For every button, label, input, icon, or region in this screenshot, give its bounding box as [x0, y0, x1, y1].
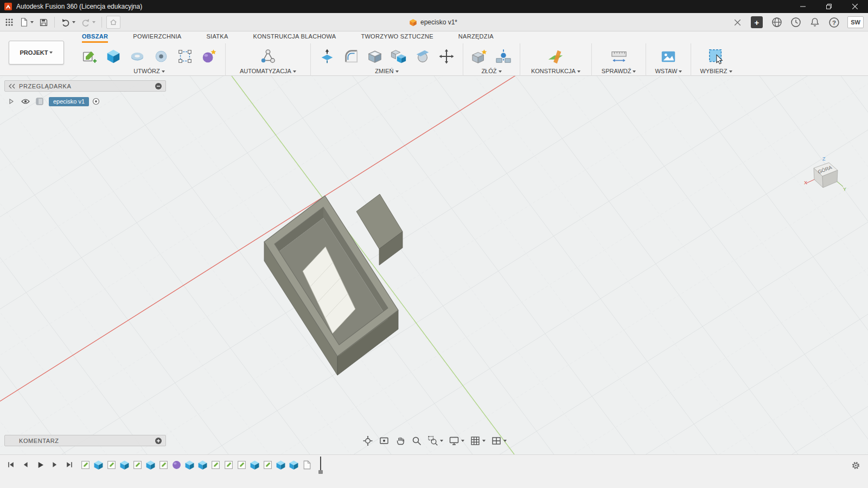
timeline-feature-sketch[interactable] — [222, 458, 234, 472]
expand-arrow-icon[interactable] — [7, 97, 16, 106]
go-to-end-button[interactable] — [63, 458, 76, 471]
timeline-feature-extrude[interactable] — [183, 458, 195, 472]
timeline-feature-sketch[interactable] — [157, 458, 169, 472]
fillet-tool[interactable] — [341, 46, 361, 67]
viewcube[interactable]: GÓRA X Y Z — [801, 155, 847, 202]
timeline-feature-extrude[interactable] — [118, 458, 130, 472]
timeline-feature-sketch[interactable] — [105, 458, 117, 472]
play-button[interactable] — [34, 458, 47, 471]
timeline-feature-sketch[interactable] — [209, 458, 221, 472]
new-document-tab-button[interactable]: + — [751, 16, 763, 28]
look-at-tool[interactable] — [376, 434, 392, 448]
timeline-feature-sketch[interactable] — [261, 458, 273, 472]
browser-root-item[interactable]: epecisko v1 — [49, 97, 89, 106]
hole-tool[interactable] — [151, 46, 171, 67]
display-settings-tool[interactable] — [446, 434, 467, 448]
redo-button[interactable] — [79, 15, 97, 29]
add-comment-icon[interactable] — [154, 436, 163, 446]
move-tool[interactable] — [437, 46, 456, 67]
timeline-settings-gear[interactable] — [850, 459, 861, 471]
tab-powierzchnia[interactable]: POWIERZCHNIA — [133, 33, 181, 43]
home-view-button[interactable] — [106, 16, 120, 29]
extrude-tool[interactable] — [104, 46, 123, 67]
create-sketch-tool[interactable] — [80, 46, 99, 67]
select-group-menu[interactable]: WYBIERZ — [700, 68, 732, 74]
timeline-feature-form[interactable] — [170, 458, 182, 472]
combine-tool[interactable] — [389, 46, 409, 67]
scripts-addins-tool[interactable] — [258, 46, 278, 67]
comments-bar[interactable]: KOMENTARZ — [4, 435, 166, 446]
job-status-icon[interactable] — [770, 16, 783, 29]
assemble-group-menu[interactable]: ZŁÓŻ — [470, 68, 513, 74]
project-menu-label: PROJEKT — [20, 49, 48, 56]
timeline-feature-extrude[interactable] — [92, 458, 104, 472]
browser-root-row[interactable]: epecisko v1 — [4, 95, 166, 107]
document-tab[interactable]: epecisko v1* — [404, 15, 463, 30]
measure-tool[interactable] — [609, 46, 629, 67]
tab-siatka[interactable]: SIATKA — [206, 33, 228, 43]
insert-canvas-tool[interactable] — [659, 46, 678, 67]
modify-group-menu[interactable]: ZMIEŃ — [317, 68, 456, 74]
timeline-feature-sketch[interactable] — [235, 458, 247, 472]
timeline-feature-extrude[interactable] — [144, 458, 156, 472]
fusion360-window: Autodesk Fusion 360 (Licencja edukacyjna… — [0, 0, 868, 488]
project-menu-button[interactable]: PROJEKT — [9, 41, 64, 65]
timeline-feature-extrude[interactable] — [275, 458, 286, 472]
timeline-feature-extrude[interactable] — [196, 458, 208, 472]
minimize-button[interactable] — [790, 0, 816, 13]
tab-obszar[interactable]: OBSZAR — [82, 33, 108, 43]
timeline-marker[interactable] — [318, 457, 323, 474]
collapse-panel-icon[interactable] — [7, 81, 17, 91]
zoom-window-tool[interactable] — [425, 434, 445, 448]
inspect-group-menu[interactable]: SPRAWDŹ — [602, 68, 636, 74]
shell-tool[interactable] — [365, 46, 385, 67]
revolve-tool[interactable] — [127, 46, 147, 67]
file-menu-button[interactable] — [17, 15, 35, 29]
timeline-feature-page[interactable] — [301, 458, 312, 472]
activate-component-radio-icon[interactable] — [91, 97, 101, 106]
viewports-tool[interactable] — [489, 434, 509, 448]
close-document-button[interactable] — [731, 16, 743, 28]
viewport-canvas[interactable]: GÓRA X Y Z — [0, 76, 868, 454]
insert-group-menu[interactable]: WSTAW — [655, 68, 682, 74]
timeline-feature-extrude[interactable] — [288, 458, 299, 472]
user-avatar[interactable]: SW — [847, 16, 864, 28]
app-grid-menu-icon[interactable] — [3, 15, 15, 29]
pan-tool[interactable] — [393, 434, 408, 448]
save-button[interactable] — [37, 15, 50, 29]
undo-button[interactable] — [59, 15, 77, 29]
construct-group-menu[interactable]: KONSTRUKCJA — [531, 68, 580, 74]
orbit-tool[interactable] — [360, 434, 375, 448]
step-back-button[interactable] — [19, 458, 32, 471]
create-group-menu[interactable]: UTWÓRZ — [80, 68, 219, 74]
quick-access-toolbar: epecisko v1* + ? SW — [0, 13, 868, 31]
step-forward-button[interactable] — [48, 458, 61, 471]
go-to-start-button[interactable] — [4, 458, 17, 471]
timeline-feature-sketch[interactable] — [79, 458, 91, 472]
close-button[interactable] — [842, 0, 868, 13]
notifications-bell-icon[interactable] — [808, 16, 821, 29]
press-pull-tool[interactable] — [317, 46, 337, 67]
split-body-tool[interactable] — [413, 46, 432, 67]
joint-tool[interactable] — [494, 46, 513, 67]
zoom-tool[interactable] — [409, 434, 424, 448]
titlebar: Autodesk Fusion 360 (Licencja edukacyjna… — [0, 0, 868, 13]
grid-snap-settings-tool[interactable] — [468, 434, 488, 448]
new-component-tool[interactable] — [470, 46, 489, 67]
browser-panel-header[interactable]: PRZEGLĄDARKA — [4, 80, 166, 92]
select-tool[interactable] — [706, 46, 726, 67]
help-icon[interactable]: ? — [827, 16, 840, 29]
timeline-feature-sketch[interactable] — [131, 458, 143, 472]
pattern-tool[interactable] — [175, 46, 195, 67]
tab-tworzywo-sztuczne[interactable]: TWORZYWO SZTUCZNE — [361, 33, 433, 43]
maximize-button[interactable] — [816, 0, 842, 13]
recent-activity-icon[interactable] — [789, 16, 802, 29]
timeline-feature-extrude[interactable] — [248, 458, 260, 472]
create-form-tool[interactable] — [199, 46, 219, 67]
tab-konstrukcja-blachowa[interactable]: KONSTRUKCJA BLACHOWA — [253, 33, 336, 43]
minimize-panel-icon[interactable] — [154, 81, 163, 91]
tab-narzedzia[interactable]: NARZĘDZIA — [458, 33, 494, 43]
construction-plane-tool[interactable] — [546, 46, 565, 67]
automate-group-menu[interactable]: AUTOMATYZACJA — [240, 68, 296, 74]
visibility-eye-icon[interactable] — [21, 97, 30, 106]
